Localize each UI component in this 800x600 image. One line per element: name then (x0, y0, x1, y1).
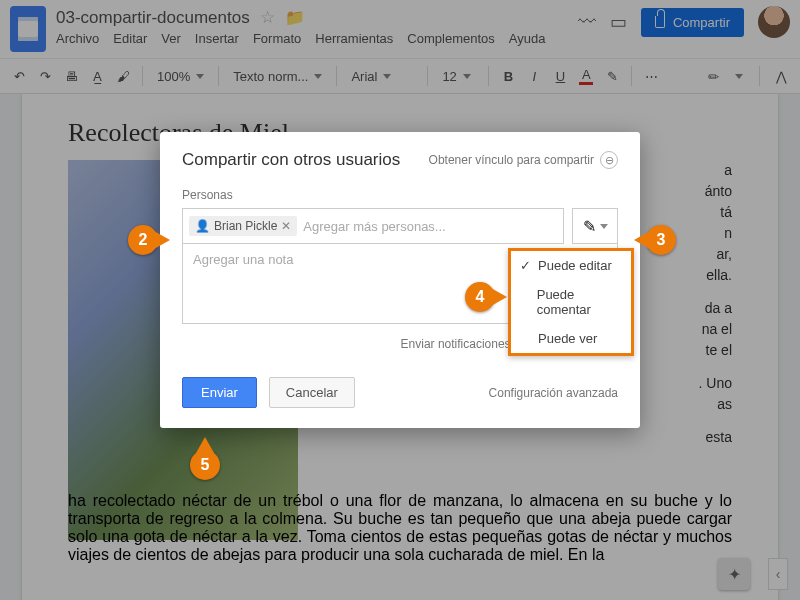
share-dialog-title: Compartir con otros usuarios (182, 150, 400, 170)
remove-chip-icon[interactable]: ✕ (281, 219, 291, 233)
perm-option-comment[interactable]: Puede comentar (511, 280, 631, 324)
permission-menu: ✓Puede editar Puede comentar Puede ver (508, 248, 634, 356)
person-icon: 👤 (195, 219, 210, 233)
link-icon: ⊖ (600, 151, 618, 169)
advanced-link[interactable]: Configuración avanzada (489, 386, 618, 400)
chevron-down-icon (600, 224, 608, 229)
people-placeholder: Agregar más personas... (303, 219, 557, 234)
permission-button[interactable]: ✎ (572, 208, 618, 244)
person-chip-name: Brian Pickle (214, 219, 277, 233)
cancel-button[interactable]: Cancelar (269, 377, 355, 408)
people-input[interactable]: 👤 Brian Pickle ✕ Agregar más personas... (182, 208, 564, 244)
send-button[interactable]: Enviar (182, 377, 257, 408)
pencil-icon: ✎ (583, 217, 596, 236)
perm-option-edit[interactable]: ✓Puede editar (511, 251, 631, 280)
get-shareable-link[interactable]: Obtener vínculo para compartir ⊖ (429, 151, 618, 169)
perm-option-view[interactable]: Puede ver (511, 324, 631, 353)
people-label: Personas (182, 188, 618, 202)
person-chip[interactable]: 👤 Brian Pickle ✕ (189, 216, 297, 236)
